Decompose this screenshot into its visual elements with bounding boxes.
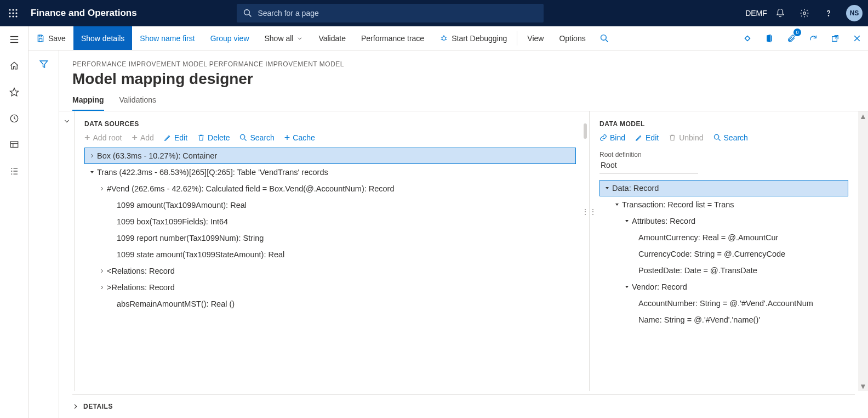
popout-icon	[831, 34, 840, 43]
view-button[interactable]: View	[519, 26, 551, 50]
save-button[interactable]: Save	[28, 26, 73, 50]
start-debugging-button[interactable]: Start Debugging	[432, 26, 515, 50]
tree-node[interactable]: Box (63.3ms - 10.27%): Container	[84, 148, 576, 164]
tab-mapping[interactable]: Mapping	[72, 95, 104, 111]
waffle-icon	[8, 8, 18, 18]
svg-rect-18	[10, 142, 18, 148]
svg-point-8	[15, 15, 17, 17]
svg-marker-51	[625, 286, 629, 288]
topbar: Finance and Operations Search for a page…	[0, 0, 868, 26]
tree-node[interactable]: 1099 box(Tax1099Fields): Int64	[84, 213, 576, 230]
group-view-button[interactable]: Group view	[203, 26, 257, 50]
tree-node[interactable]: <Relations: Record	[84, 263, 576, 279]
svg-line-36	[606, 39, 608, 42]
badge: 0	[793, 29, 801, 36]
nav-modules[interactable]	[1, 158, 27, 184]
popout-button[interactable]	[824, 26, 846, 50]
settings-button[interactable]	[792, 0, 816, 26]
search-placeholder: Search for a page	[258, 9, 318, 18]
tab-validations[interactable]: Validations	[119, 95, 156, 111]
svg-point-1	[12, 9, 14, 10]
tree-node[interactable]: PostedDate: Date = @.TransDate	[599, 262, 848, 279]
notifications-button[interactable]	[768, 0, 792, 26]
help-button[interactable]	[816, 0, 841, 26]
nav-home[interactable]	[1, 53, 27, 79]
tree-node[interactable]: Vendor: Record	[599, 279, 848, 295]
filter-rail	[28, 50, 59, 418]
svg-point-0	[9, 9, 10, 10]
svg-rect-37	[745, 36, 750, 41]
search-icon	[713, 134, 721, 142]
edit-button[interactable]: Edit	[635, 133, 659, 142]
app-launcher[interactable]	[0, 0, 26, 26]
nav-toggle[interactable]	[1, 26, 27, 53]
performance-trace-button[interactable]: Performance trace	[353, 26, 432, 50]
validate-button[interactable]: Validate	[311, 26, 353, 50]
tree-node[interactable]: CurrencyCode: String = @.CurrencyCode	[599, 246, 848, 262]
svg-line-44	[245, 139, 247, 141]
tree-node[interactable]: Attributes: Record	[599, 213, 848, 229]
data-model-title: DATA MODEL	[599, 120, 848, 128]
add-button[interactable]: +Add	[132, 133, 153, 142]
office-icon	[765, 34, 774, 43]
svg-point-3	[9, 12, 10, 14]
bug-icon	[439, 34, 448, 43]
app-title: Finance and Operations	[31, 8, 137, 19]
filter-button[interactable]	[39, 59, 49, 418]
root-definition-value[interactable]: Root	[599, 159, 698, 173]
delete-button[interactable]: Delete	[197, 133, 230, 142]
split-handle[interactable]: ⋮⋮	[587, 205, 591, 219]
add-root-button[interactable]: +Add root	[84, 133, 122, 142]
avatar[interactable]: NS	[846, 5, 863, 21]
svg-marker-50	[625, 220, 629, 222]
nav-workspaces[interactable]	[1, 132, 27, 158]
unbind-button[interactable]: Unbind	[669, 133, 703, 142]
tree-node[interactable]: #Vend (262.6ms - 42.62%): Calculated fie…	[84, 180, 576, 197]
data-source-types-toggle[interactable]	[59, 111, 75, 391]
nav-recent[interactable]	[1, 105, 27, 132]
cache-button[interactable]: +Cache	[284, 133, 315, 142]
svg-marker-49	[615, 204, 619, 206]
bell-icon	[775, 8, 785, 18]
search-button[interactable]: Search	[239, 133, 274, 142]
tree-node[interactable]: Data: Record	[599, 180, 848, 196]
attach-button[interactable]	[736, 26, 758, 50]
refresh-button[interactable]	[802, 26, 824, 50]
svg-point-7	[12, 15, 14, 17]
edit-button[interactable]: Edit	[164, 133, 187, 142]
nav-favorites[interactable]	[1, 79, 27, 105]
svg-point-11	[803, 12, 806, 15]
show-name-first-button[interactable]: Show name first	[132, 26, 202, 50]
tree-node[interactable]: 1099 report number(Tax1099Num): String	[84, 230, 576, 246]
tree-node[interactable]: Name: String = @.'#Vend'.'name()'	[599, 312, 848, 328]
close-button[interactable]	[846, 26, 868, 50]
tree-node[interactable]: 1099 state amount(Tax1099StateAmount): R…	[84, 246, 576, 263]
tree-node[interactable]: AmountCurrency: Real = @.AmountCur	[599, 229, 848, 246]
bind-button[interactable]: Bind	[599, 133, 625, 142]
options-button[interactable]: Options	[551, 26, 593, 50]
svg-point-29	[442, 36, 446, 40]
page-scrollbar[interactable]: ▲ ▼	[858, 111, 868, 391]
search-box[interactable]: Search for a page	[237, 4, 544, 22]
star-icon	[9, 87, 19, 97]
show-all-button[interactable]: Show all	[257, 26, 311, 50]
svg-marker-45	[90, 171, 94, 173]
tree-node[interactable]: AccountNumber: String = @.'#Vend'.Accoun…	[599, 295, 848, 312]
attachments-button[interactable]: 0	[780, 26, 802, 50]
company-code[interactable]: DEMF	[744, 0, 768, 26]
breadcrumb: PERFORMANCE IMPROVEMENT MODEL PERFORMANC…	[72, 60, 855, 68]
tree-node[interactable]: >Relations: Record	[84, 279, 576, 296]
svg-line-34	[446, 39, 447, 39]
search-button[interactable]: Search	[713, 133, 748, 142]
scrollbar-thumb[interactable]	[584, 123, 587, 139]
tree-node[interactable]: 1099 amount(Tax1099Amount): Real	[84, 197, 576, 213]
details-toggle[interactable]: DETAILS	[59, 398, 868, 418]
tree-node[interactable]: Transaction: Record list = Trans	[599, 196, 848, 213]
search-icon	[243, 9, 252, 18]
refresh-icon	[809, 34, 818, 43]
tree-node[interactable]: Trans (422.3ms - 68.53%)[265][Q:265]: Ta…	[84, 164, 576, 180]
office-button[interactable]	[758, 26, 780, 50]
show-details-button[interactable]: Show details	[73, 26, 132, 50]
tree-node[interactable]: absRemainAmountMST(): Real ()	[84, 296, 576, 312]
search-toolbar-button[interactable]	[593, 26, 615, 50]
